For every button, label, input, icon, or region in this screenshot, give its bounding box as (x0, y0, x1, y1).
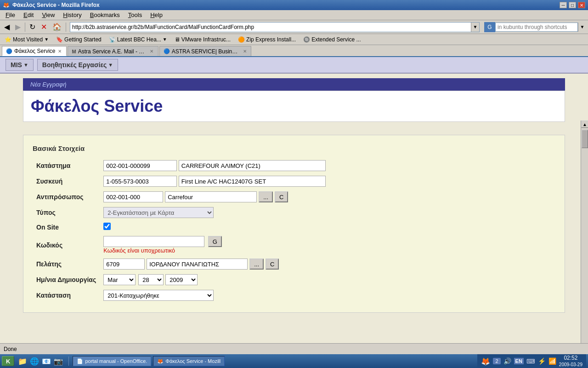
row-typos: Τύπος 2-Εγκατάσταση με Κάρτα (33, 205, 555, 220)
scrollbar-track: ▲ ▼ (581, 121, 588, 343)
title-bar: 🦊 Φάκελος Service - Mozilla Firefox ─ □ … (0, 0, 588, 10)
pelatis-c-button[interactable]: C (266, 259, 279, 270)
nav-voithitikes[interactable]: Βοηθητικές Εργασίες ▼ (37, 59, 118, 71)
browser-icon: 🦊 (3, 2, 10, 8)
row-onsite: On Site (33, 220, 555, 234)
select-katastasi[interactable]: 201-Καταχωρήθηκε (103, 290, 214, 301)
label-himnia: Ημ/νια Δημιουργίας (33, 272, 100, 288)
row-himnia: Ημ/νια Δημιουργίας JanFebMarAprMayJunJul… (33, 272, 555, 288)
quicklaunch-4[interactable]: 📷 (54, 357, 63, 366)
firefox-tray-icon: 🦊 (481, 357, 490, 366)
cell-siskevi (100, 173, 555, 189)
pelatis-dots-button[interactable]: ... (249, 259, 264, 270)
cell-katastima (100, 158, 555, 173)
select-year[interactable]: 20072008200920102011 (165, 274, 198, 285)
quicklaunch-2[interactable]: 🌐 (30, 357, 39, 366)
select-month[interactable]: JanFebMarAprMayJunJulAugSepOctNovDec (103, 274, 136, 285)
tab-favicon-1: M (72, 49, 76, 54)
bookmark-extended[interactable]: 🔘 Extended Service ... (300, 35, 363, 44)
taskbar-tray: 🦊 2 🔊 EN ⌨ ⚡ 📶 02:52 2009-03-29 (477, 354, 586, 368)
search-dropdown-btn[interactable]: ▼ (578, 23, 586, 32)
input-antiprosop-name[interactable] (165, 191, 257, 202)
input-katastima-name[interactable] (179, 160, 326, 171)
antiprosop-c-button[interactable]: C (275, 191, 288, 202)
minimize-button[interactable]: ─ (560, 2, 567, 8)
row-siskevi: Συσκευή (33, 173, 555, 189)
tray-clock: 02:52 2009-03-29 (559, 355, 582, 368)
input-kodikos[interactable] (103, 236, 204, 247)
reload-button[interactable]: ↻ (27, 22, 38, 33)
start-button[interactable]: K (2, 356, 14, 366)
search-input[interactable] (495, 23, 578, 32)
select-typos[interactable]: 2-Εγκατάσταση με Κάρτα (103, 207, 214, 218)
openoffice-icon: 📄 (77, 358, 83, 364)
tab-astra-service[interactable]: 🔵 ASTRA SERVICE| Business to ... ✕ (159, 46, 251, 56)
stop-button[interactable]: ✕ (39, 22, 49, 33)
tab-fakelos[interactable]: 🔵 Φάκελος Service ✕ (2, 46, 67, 56)
bookmarks-bar: ⭐ Most Visited ▼ 🔖 Getting Started 📡 Lat… (0, 34, 588, 45)
bookmark-icon-bbc: 📡 (109, 36, 116, 43)
input-siskevi-name[interactable] (179, 176, 326, 187)
menu-file[interactable]: File (2, 11, 19, 19)
tab-close-0[interactable]: ✕ (57, 48, 62, 54)
input-antiprosop-code[interactable] (103, 191, 163, 202)
firefox-badge: 2 (493, 358, 500, 364)
taskbar-sep (68, 356, 69, 366)
taskbar-openoffice[interactable]: 📄 portal manual - OpenOffice. (73, 356, 151, 366)
menu-bookmarks[interactable]: Bookmarks (86, 11, 124, 19)
tab-favicon-0: 🔵 (6, 48, 12, 54)
taskbar: K 📁 🌐 📧 📷 📄 portal manual - OpenOffice. … (0, 354, 588, 368)
scrollbar-up-btn[interactable]: ▲ (581, 121, 588, 128)
search-engine-btn[interactable]: G (484, 22, 495, 32)
bookmark-vmware[interactable]: 🖥 VMware Infrastruc... (172, 35, 233, 44)
checkbox-onsite[interactable] (103, 223, 111, 230)
nav-toolbar: ◀ ▶ ↻ ✕ 🏠 ▼ G ▼ (0, 20, 588, 34)
label-kodikos: Κωδικός (33, 234, 100, 256)
label-katastasi: Κατάσταση (33, 288, 100, 303)
bookmark-zip[interactable]: 🟠 Zip Express Install... (235, 35, 299, 44)
bookmark-icon-vm: 🖥 (175, 36, 180, 43)
row-pelatis: Πελάτης ... C (33, 256, 555, 272)
forward-button[interactable]: ▶ (13, 22, 23, 33)
bookmark-bbc[interactable]: 📡 Latest BBC Hea... ▼ (106, 35, 170, 44)
input-siskevi-code[interactable] (103, 176, 177, 187)
page-title: Φάκελος Service (31, 97, 163, 115)
menu-view[interactable]: View (38, 11, 58, 19)
quick-launch: 📁 🌐 📧 📷 (18, 357, 63, 366)
kodikos-g-button[interactable]: G (208, 236, 222, 247)
menu-help[interactable]: Help (147, 11, 166, 19)
bookmark-getting-started[interactable]: 🔖 Getting Started (53, 35, 104, 44)
menu-tools[interactable]: Tools (124, 11, 146, 19)
close-button[interactable]: ✕ (578, 2, 585, 8)
quicklaunch-3[interactable]: 📧 (42, 357, 51, 366)
maximize-button[interactable]: □ (569, 2, 576, 8)
bookmark-icon-gs: 🔖 (56, 36, 63, 43)
voith-chevron-icon: ▼ (108, 62, 113, 68)
back-button[interactable]: ◀ (2, 22, 12, 33)
kodikos-error: Κωδικός είναι υποχρεωτικό (103, 247, 175, 254)
home-button[interactable]: 🏠 (50, 22, 64, 33)
input-pelatis-code[interactable] (103, 259, 145, 270)
select-day[interactable]: 1234567891011121314151617181920212223242… (138, 274, 164, 285)
taskbar-firefox[interactable]: 🦊 Φάκελος Service - Mozill (153, 356, 225, 366)
menu-history[interactable]: History (59, 11, 85, 19)
label-katastima: Κατάστημα (33, 158, 100, 173)
input-pelatis-name[interactable] (147, 259, 248, 270)
scrollbar-thumb[interactable] (582, 130, 588, 148)
quicklaunch-1[interactable]: 📁 (18, 357, 27, 366)
menu-edit[interactable]: Edit (20, 11, 37, 19)
tab-astra-mail[interactable]: M Astra Service A.E. Mail - Sear... ✕ (68, 46, 158, 56)
cell-typos: 2-Εγκατάσταση με Κάρτα (100, 205, 555, 220)
nav-mis[interactable]: MIS ▼ (6, 59, 34, 71)
url-dropdown-btn[interactable]: ▼ (471, 23, 479, 32)
bookmark-icon-zip: 🟠 (238, 36, 245, 43)
lang-indicator[interactable]: EN (514, 358, 524, 364)
row-antiprosop: Αντιπρόσωπος ... C (33, 189, 555, 205)
input-katastima-code[interactable] (103, 160, 177, 171)
antiprosop-dots-button[interactable]: ... (259, 191, 273, 202)
tab-close-2[interactable]: ✕ (243, 49, 247, 54)
url-input[interactable] (70, 23, 471, 32)
bookmark-most-visited[interactable]: ⭐ Most Visited ▼ (2, 35, 51, 44)
search-area: G ▼ (484, 22, 586, 32)
tab-close-1[interactable]: ✕ (149, 49, 154, 54)
